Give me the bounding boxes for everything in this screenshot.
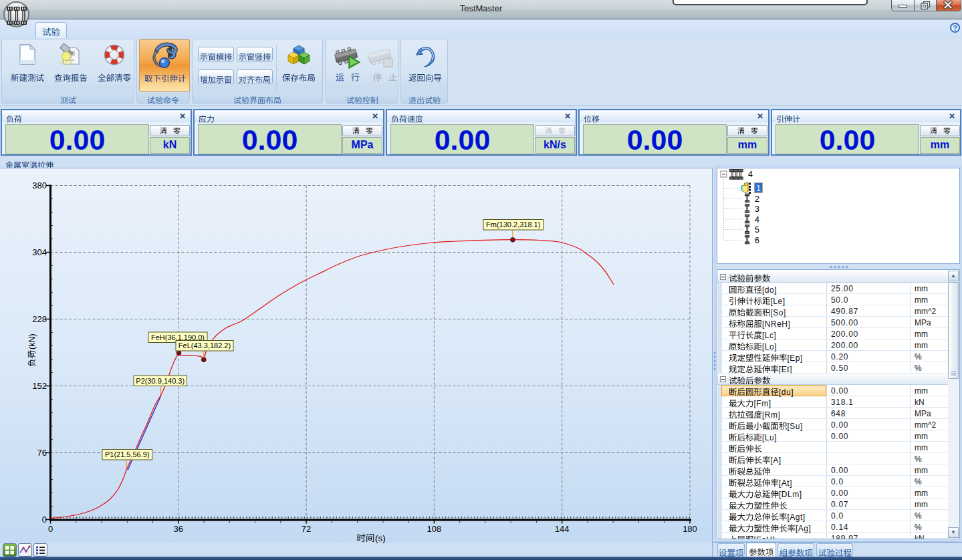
svg-text:4: 4 [748,170,753,179]
svg-text:(s): (s) [375,533,386,543]
svg-text:144: 144 [555,524,570,534]
svg-text:304: 304 [32,247,47,257]
svg-text:6: 6 [755,236,759,245]
svg-text:108: 108 [427,524,442,534]
svg-text:0: 0 [48,524,53,534]
svg-text:228: 228 [32,314,47,324]
svg-text:72: 72 [302,524,311,534]
svg-text:76: 76 [37,448,47,458]
svg-text:0: 0 [42,515,47,525]
svg-text:(kN): (kN) [27,333,37,349]
svg-text:152: 152 [32,381,47,391]
svg-text:4: 4 [755,215,759,225]
svg-text:P2(30.9,140.3): P2(30.9,140.3) [136,377,185,385]
svg-text:FeL(43.3,182.2): FeL(43.3,182.2) [178,341,231,349]
svg-text:FeH(36.1,190.0): FeH(36.1,190.0) [151,333,205,341]
svg-text:P1(21.5,56.9): P1(21.5,56.9) [105,450,150,458]
svg-text:36: 36 [174,524,183,534]
svg-text:Fm(130.2,318.1): Fm(130.2,318.1) [486,221,540,229]
svg-text:3: 3 [755,204,759,214]
svg-text:180: 180 [683,524,697,534]
svg-text:1: 1 [756,184,761,193]
svg-text:380: 380 [32,180,47,190]
svg-text:2: 2 [755,194,759,204]
svg-text:5: 5 [755,225,759,235]
